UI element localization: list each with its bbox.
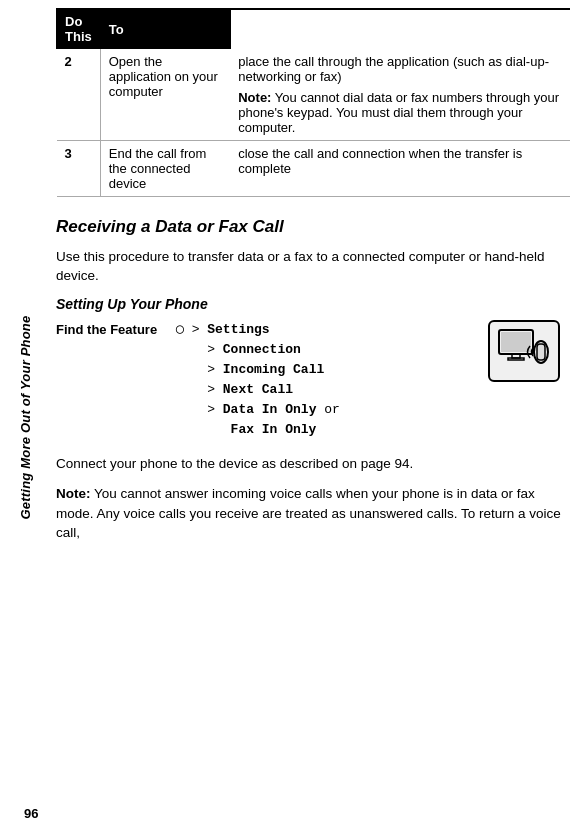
sidebar-label: Getting More Out of Your Phone: [19, 316, 34, 520]
table-header-to: To: [100, 9, 230, 49]
svg-rect-3: [508, 358, 524, 360]
row-2-note: Note: You cannot dial data or fax number…: [238, 90, 562, 135]
page-container: Getting More Out of Your Phone Do This T…: [0, 0, 582, 835]
row-num-3: 3: [57, 140, 101, 196]
find-feature-label: Find the Feature: [56, 320, 176, 337]
sidebar: Getting More Out of Your Phone: [0, 0, 52, 835]
find-feature-menu: ◯ > Settings > Connection > Incoming Cal…: [176, 320, 488, 441]
table-row: 2 Open the application on your computer …: [57, 49, 571, 141]
page-number: 96: [24, 806, 38, 821]
receiving-heading: Receiving a Data or Fax Call: [56, 217, 570, 237]
row-num-2: 2: [57, 49, 101, 141]
row-3-do-this: End the call from the connected device: [100, 140, 230, 196]
svg-rect-5: [537, 344, 545, 360]
menu-line-4: > Next Call: [176, 380, 488, 400]
computer-phone-icon: [495, 326, 553, 376]
svg-rect-1: [501, 332, 531, 352]
menu-line-3: > Incoming Call: [176, 360, 488, 380]
menu-line-6: Fax In Only: [176, 420, 488, 440]
table-row: 3 End the call from the connected device…: [57, 140, 571, 196]
row-3-to: close the call and connection when the t…: [230, 140, 570, 196]
bottom-note: Note: You cannot answer incoming voice c…: [56, 484, 570, 543]
menu-line-2: > Connection: [176, 340, 488, 360]
table-header-do-this: Do This: [57, 9, 101, 49]
menu-line-5: > Data In Only or: [176, 400, 488, 420]
connect-note: Connect your phone to the device as desc…: [56, 454, 570, 474]
find-feature-container: Find the Feature ◯ > Settings > Connecti…: [56, 320, 570, 441]
feature-icon-box: [488, 320, 560, 382]
row-2-to: place the call through the application (…: [230, 49, 570, 141]
receiving-body: Use this procedure to transfer data or a…: [56, 247, 570, 286]
setting-up-heading: Setting Up Your Phone: [56, 296, 570, 312]
main-content: Do This To 2 Open the application on you…: [52, 0, 582, 835]
menu-line-1: ◯ > Settings: [176, 320, 488, 340]
instructions-table: Do This To 2 Open the application on you…: [56, 8, 570, 197]
row-2-do-this: Open the application on your computer: [100, 49, 230, 141]
